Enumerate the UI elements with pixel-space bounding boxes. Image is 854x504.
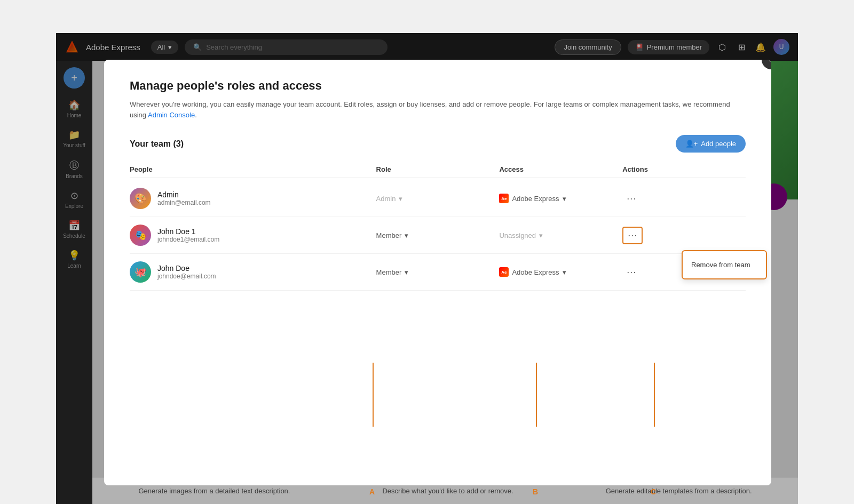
- chevron-down-icon: ▾: [539, 231, 543, 239]
- annotation-line-a: [373, 363, 374, 427]
- modal-body: Manage people's roles and access Whereve…: [104, 60, 771, 485]
- person-name-johndoe1: John Doe 1: [157, 227, 219, 236]
- access-cell-johndoe1[interactable]: Unassigned ▾: [499, 231, 622, 239]
- chevron-down-icon: ▾: [563, 268, 566, 276]
- annotation-label-a: A: [369, 487, 375, 496]
- more-actions-johndoe1[interactable]: ···: [622, 227, 643, 244]
- role-label-johndoe1: Member: [376, 231, 402, 239]
- chevron-down-icon: ▾: [563, 195, 566, 203]
- remove-from-team-option[interactable]: Remove from team: [683, 255, 766, 274]
- person-info-johndoe1: John Doe 1 johndoe1@email.com: [157, 227, 219, 243]
- annotation-line-b: [536, 363, 537, 427]
- access-cell-johndoe[interactable]: Ae Adobe Express ▾: [499, 267, 622, 277]
- table-row: 🐙 John Doe johndoe@email.com Member ▾ Ae…: [130, 254, 746, 291]
- access-cell-admin[interactable]: Ae Adobe Express ▾: [499, 194, 622, 203]
- person-cell-johndoe1: 🎭 John Doe 1 johndoe1@email.com: [130, 225, 376, 246]
- person-email-admin: admin@email.com: [157, 199, 211, 206]
- person-name-admin: Admin: [157, 190, 211, 199]
- person-cell-admin: 🎨 Admin admin@email.com: [130, 188, 376, 209]
- person-info-johndoe: John Doe johndoe@email.com: [157, 264, 216, 280]
- actions-cell-johndoe1: ··· Remove from team: [622, 227, 746, 244]
- add-person-icon: 👤+: [685, 140, 698, 148]
- table-header: People Role Access Actions: [130, 161, 746, 178]
- role-dropdown-johndoe1[interactable]: Member ▾: [376, 231, 500, 239]
- annotation-line-c: [654, 363, 655, 427]
- team-header: Your team (3) 👤+ Add people: [130, 135, 746, 153]
- person-info-admin: Admin admin@email.com: [157, 190, 211, 206]
- avatar-johndoe1: 🎭: [130, 225, 151, 246]
- role-label-admin: Admin: [376, 195, 396, 203]
- access-label-johndoe: Adobe Express: [512, 268, 559, 276]
- ae-icon: Ae: [499, 194, 509, 203]
- add-people-label: Add people: [701, 140, 736, 148]
- role-dropdown-admin[interactable]: Admin ▾: [376, 195, 500, 203]
- col-actions: Actions: [622, 165, 746, 173]
- role-label-johndoe: Member: [376, 268, 402, 276]
- actions-cell-admin: ···: [622, 191, 746, 206]
- team-title: Your team (3): [130, 139, 184, 149]
- chevron-down-icon: ▾: [405, 268, 408, 276]
- manage-roles-modal: × Manage people's roles and access Where…: [104, 60, 771, 485]
- chevron-down-icon: ▾: [399, 195, 402, 203]
- role-dropdown-johndoe[interactable]: Member ▾: [376, 268, 500, 276]
- access-label-admin: Adobe Express: [512, 195, 559, 203]
- more-actions-johndoe[interactable]: ···: [622, 265, 640, 280]
- person-name-johndoe: John Doe: [157, 264, 216, 273]
- chevron-down-icon: ▾: [405, 231, 408, 239]
- col-people: People: [130, 165, 376, 173]
- person-email-johndoe: johndoe@email.com: [157, 273, 216, 280]
- avatar-admin: 🎨: [130, 188, 151, 209]
- add-people-button[interactable]: 👤+ Add people: [676, 135, 746, 153]
- more-actions-admin[interactable]: ···: [622, 191, 640, 206]
- modal-title: Manage people's roles and access: [130, 79, 746, 93]
- ae-icon: Ae: [499, 267, 509, 277]
- modal-description: Wherever you're working, you can easily …: [130, 99, 746, 120]
- action-dropdown-johndoe1: Remove from team: [682, 250, 767, 279]
- modal-description-text: Wherever you're working, you can easily …: [130, 100, 730, 119]
- annotation-label-b: B: [533, 487, 538, 496]
- col-access: Access: [499, 165, 622, 173]
- admin-console-link[interactable]: Admin Console: [148, 111, 195, 119]
- person-cell-johndoe: 🐙 John Doe johndoe@email.com: [130, 261, 376, 283]
- col-role: Role: [376, 165, 500, 173]
- table-row: 🎭 John Doe 1 johndoe1@email.com Member ▾…: [130, 217, 746, 254]
- table-row: 🎨 Admin admin@email.com Admin ▾ Ae Adobe…: [130, 180, 746, 217]
- person-email-johndoe1: johndoe1@email.com: [157, 236, 219, 243]
- access-label-johndoe1: Unassigned: [499, 231, 536, 239]
- avatar-johndoe: 🐙: [130, 261, 151, 283]
- annotation-label-c: C: [651, 487, 656, 496]
